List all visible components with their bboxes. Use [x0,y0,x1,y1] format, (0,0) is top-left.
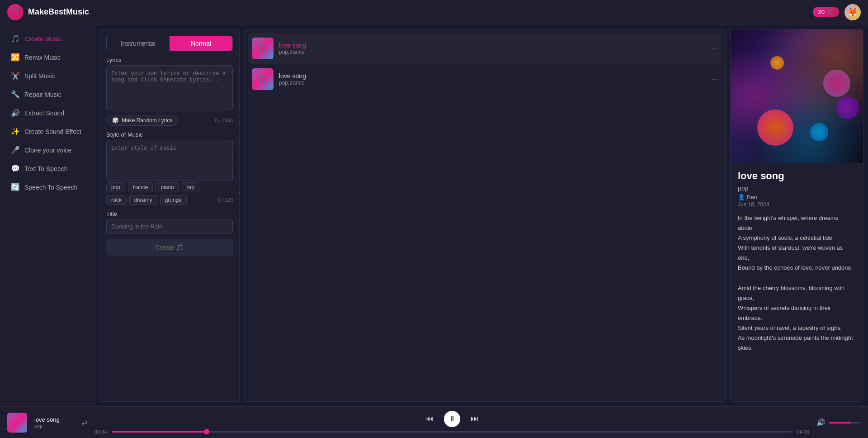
next-button[interactable]: ⏭ [467,412,482,426]
detail-panel: love song pop 👤 Ben Jun 18, 2024 In the … [730,29,863,402]
dice-icon: 🎲 [112,117,119,124]
lyrics-section: Lyrics 🎲 Make Random Lyrics 0 / 3000 [106,57,233,126]
style-section: Style of Music pop trance piano rap rock… [106,131,233,205]
detail-author: 👤 Ben [738,194,856,200]
pause-button[interactable]: ⏸ [444,411,460,427]
sidebar-item-split-music[interactable]: ✂️ Split Music [4,67,91,85]
player-thumbnail [7,413,27,433]
sidebar-item-label-create-sound-effect: Create Sound Effect [24,128,81,135]
sidebar-item-extract-sound[interactable]: 🔊 Extract Sound [4,104,91,122]
lyrics-label: Lyrics [106,57,233,63]
orb-4 [770,56,784,70]
tag-trance[interactable]: trance [128,182,153,192]
header-right: 20 🎵 🦊 [813,4,861,20]
song-item-2[interactable]: 🎵 love song pop,trance ··· [248,64,722,95]
orb-1 [757,110,793,146]
speech-to-speech-icon: 🔄 [11,183,20,191]
credits-badge[interactable]: 20 🎵 [813,7,839,17]
avatar[interactable]: 🦊 [844,4,861,20]
style-char-count: 0 / 120 [217,197,233,203]
sidebar-item-label-repair-music: Repair Music [24,91,61,98]
song-info-1: love song pop,trance [279,42,706,55]
sidebar-item-remix-music[interactable]: 🔀 Remix Music [4,48,91,66]
remix-music-icon: 🔀 [11,53,20,62]
shuffle-button[interactable]: ⇄ [81,418,87,427]
progress-dot [204,429,209,434]
song-menu-1[interactable]: ··· [711,44,718,53]
create-panel: Instrumental Normal Lyrics 🎲 Make Random… [99,29,240,402]
sidebar-item-clone-voice[interactable]: 🎤 Clone your voice [4,141,91,159]
lyrics-input[interactable] [106,65,233,110]
sidebar-item-create-sound-effect[interactable]: ✨ Create Sound Effect [4,123,91,140]
song-name-1: love song [279,42,706,49]
volume-controls: 🔊 [816,418,861,427]
sidebar-item-label-extract-sound: Extract Sound [24,110,64,117]
credits-value: 20 [818,9,825,15]
app-name: MakeBestMusic [28,7,89,17]
prev-button[interactable]: ⏮ [422,412,437,426]
app-logo: 🎵 [7,4,24,20]
song-item-1[interactable]: 🎵 love song pop,trance ··· [248,33,722,64]
split-music-icon: ✂️ [11,71,20,80]
detail-genre: pop [738,185,856,192]
lyrics-char-count: 0 / 3000 [215,118,233,123]
tag-rap[interactable]: rap [182,182,199,192]
sidebar-item-repair-music[interactable]: 🔧 Repair Music [4,86,91,103]
tag-dreamy[interactable]: dreamy [129,195,157,205]
sidebar-item-label-speech-to-speech: Speech To Speech [24,184,77,191]
tab-instrumental[interactable]: Instrumental [107,36,170,51]
player-song-title: love song [34,416,71,423]
extract-sound-icon: 🔊 [11,109,20,117]
player-info: love song pop [34,416,71,428]
lyrics-area: 🎲 Make Random Lyrics 0 / 3000 [106,65,233,126]
player-controls: ⏮ ⏸ ⏭ 00:34 04:00 [94,411,809,434]
sidebar-item-speech-to-speech[interactable]: 🔄 Speech To Speech [4,178,91,196]
tag-rock[interactable]: rock [106,195,127,205]
sidebar-item-text-to-speech[interactable]: 💬 Text To Speech [4,160,91,177]
text-to-speech-icon: 💬 [11,164,20,173]
tag-grunge[interactable]: grunge [160,195,187,205]
song-thumb-2: 🎵 [252,68,274,90]
song-info-2: love song pop,trance [279,72,706,86]
total-time: 04:00 [797,429,809,434]
sidebar-item-label-split-music: Split Music [24,72,55,80]
volume-icon: 🔊 [816,418,826,427]
make-random-lyrics-button[interactable]: 🎲 Make Random Lyrics [106,115,178,126]
create-button[interactable]: Create 🎵 [106,239,233,256]
orb-2 [823,70,850,97]
style-label: Style of Music [106,131,233,138]
detail-content: love song pop 👤 Ben Jun 18, 2024 In the … [731,163,863,360]
credits-icon: 🎵 [826,9,834,15]
style-tags: pop trance piano rap [106,182,233,192]
player-song-genre: pop [34,423,71,428]
tab-normal[interactable]: Normal [170,36,232,51]
song-name-2: love song [279,72,706,80]
detail-song-name: love song [738,170,856,182]
orb-3 [810,123,828,141]
sidebar: 🎵 Create Music 🔀 Remix Music ✂️ Split Mu… [0,24,95,406]
progress-bar[interactable] [112,431,793,433]
tag-pop[interactable]: pop [106,182,125,192]
song-genre-2: pop,trance [279,80,706,86]
orb-5 [836,96,859,119]
style-input[interactable] [106,140,233,181]
detail-image [731,29,863,163]
create-sound-effect-icon: ✨ [11,127,20,136]
sidebar-item-label-create-music: Create Music [24,35,61,43]
title-input[interactable] [106,219,233,234]
detail-date: Jun 18, 2024 [738,201,856,208]
song-genre-1: pop,trance [279,49,706,55]
detail-image-bg [731,29,863,163]
sidebar-item-label-remix-music: Remix Music [24,54,61,61]
content-area: Instrumental Normal Lyrics 🎲 Make Random… [95,24,868,406]
sidebar-item-create-music[interactable]: 🎵 Create Music [4,30,91,48]
volume-bar[interactable] [829,422,861,424]
tag-piano[interactable]: piano [156,182,179,192]
main-layout: 🎵 Create Music 🔀 Remix Music ✂️ Split Mu… [0,24,868,406]
player-bar: love song pop ⇄ ⏮ ⏸ ⏭ 00:34 04:00 🔊 [0,406,868,438]
progress-fill [112,431,207,433]
app-header: 🎵 MakeBestMusic 20 🎵 🦊 [0,0,868,24]
sidebar-item-label-text-to-speech: Text To Speech [24,165,67,172]
song-menu-2[interactable]: ··· [711,75,718,84]
style-tags-row2: rock dreamy grunge 0 / 120 [106,195,233,205]
